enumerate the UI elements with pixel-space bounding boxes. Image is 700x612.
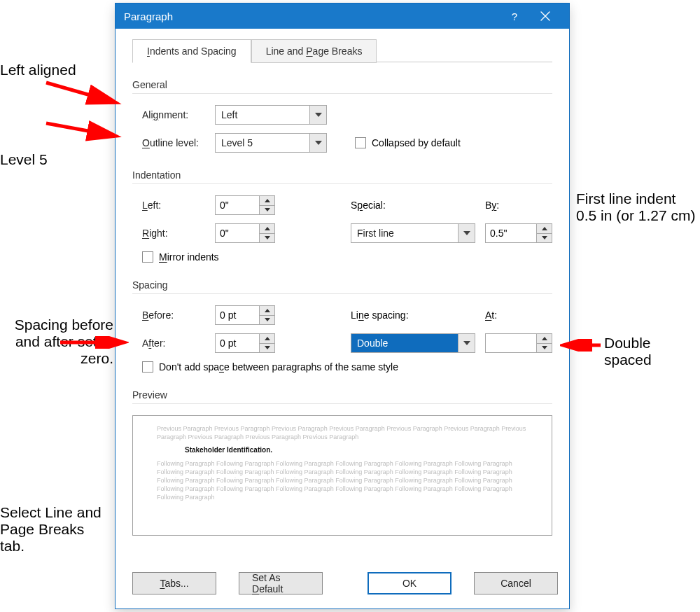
spinner-up-icon[interactable] <box>260 334 274 343</box>
nospace-checkbox[interactable]: Don't add space between paragraphs of th… <box>142 361 398 373</box>
alignment-combo[interactable]: Left <box>215 105 327 125</box>
titlebar: Paragraph ? <box>115 4 569 29</box>
spinner-up-icon[interactable] <box>260 306 274 315</box>
section-legend: Preview <box>132 389 552 404</box>
spinner-down-icon[interactable] <box>260 205 274 215</box>
chevron-down-icon[interactable] <box>458 224 475 242</box>
svg-marker-5 <box>265 236 270 239</box>
special-label: Special: <box>351 200 485 211</box>
annotation-select-tab: Select Line and Page Breaks tab. <box>0 504 112 555</box>
before-label: Before: <box>142 310 215 321</box>
at-spinner[interactable] <box>485 333 552 353</box>
at-value <box>486 334 536 352</box>
tab-strip: Indents and Spacing Line and Page Breaks <box>132 39 552 62</box>
spinner-down-icon[interactable] <box>260 343 274 353</box>
spinner-up-icon[interactable] <box>260 196 274 205</box>
outline-value: Level 5 <box>216 137 309 148</box>
annotation-spacing-zero: Spacing before and after set to zero. <box>11 317 113 367</box>
indent-right-label: Right: <box>142 228 215 239</box>
section-legend: Spacing <box>132 279 552 294</box>
after-spinner[interactable]: 0 pt <box>215 333 275 353</box>
cancel-button[interactable]: Cancel <box>474 572 558 594</box>
close-button[interactable] <box>530 4 561 29</box>
spinner-down-icon[interactable] <box>537 233 552 243</box>
checkbox-icon <box>142 251 153 263</box>
chevron-down-icon[interactable] <box>309 106 326 124</box>
arrow-icon <box>42 76 126 108</box>
by-label: By: <box>485 200 552 211</box>
ok-button[interactable]: OK <box>368 572 451 594</box>
indent-left-label: Left: <box>142 200 215 211</box>
indent-left-value: 0" <box>216 196 259 214</box>
annotation-double: Double spaced <box>604 335 695 368</box>
dialog-footer: Tabs... Set As Default OK Cancel <box>132 572 552 594</box>
by-value: 0.5" <box>486 224 536 242</box>
collapsed-checkbox[interactable]: Collapsed by default <box>355 137 461 148</box>
mirror-label: Mirror indents <box>159 251 219 263</box>
svg-marker-14 <box>542 337 547 340</box>
tabs-button[interactable]: Tabs... <box>132 572 216 594</box>
preview-heading: Stakeholder Identification. <box>157 441 528 459</box>
svg-marker-13 <box>463 341 470 345</box>
tab-line-page-breaks[interactable]: Line and Page Breaks <box>251 39 377 63</box>
spinner-down-icon[interactable] <box>260 233 274 243</box>
svg-marker-3 <box>265 208 270 211</box>
set-default-button[interactable]: Set As Default <box>239 572 323 594</box>
svg-marker-15 <box>542 346 547 349</box>
checkbox-icon <box>355 137 366 148</box>
indent-right-spinner[interactable]: 0" <box>215 223 275 243</box>
spinner-up-icon[interactable] <box>537 224 552 233</box>
preview-following-text: Following Paragraph Following Paragraph … <box>157 460 512 501</box>
line-spacing-combo[interactable]: Double <box>351 333 475 353</box>
svg-marker-1 <box>315 141 322 145</box>
tab-label: Indents and Spacing <box>147 46 237 57</box>
tab-label: Line and Page Breaks <box>266 46 363 57</box>
annotation-left-aligned: Left aligned <box>0 62 76 78</box>
special-combo[interactable]: First line <box>351 223 475 243</box>
chevron-down-icon[interactable] <box>458 334 475 352</box>
preview-previous-text: Previous Paragraph Previous Paragraph Pr… <box>157 425 526 440</box>
section-indentation: Indentation Left: 0" Special: By: <box>132 169 552 263</box>
svg-marker-7 <box>542 227 547 230</box>
svg-marker-0 <box>315 113 322 117</box>
collapsed-label: Collapsed by default <box>372 137 461 148</box>
indent-left-spinner[interactable]: 0" <box>215 195 275 215</box>
indent-right-value: 0" <box>216 224 259 242</box>
spinner-up-icon[interactable] <box>260 224 274 233</box>
spinner-down-icon[interactable] <box>537 343 552 353</box>
section-preview: Preview Previous Paragraph Previous Para… <box>132 389 552 536</box>
after-value: 0 pt <box>216 334 259 352</box>
annotation-firstline: First line indent 0.5 in (or 1.27 cm) <box>576 190 698 224</box>
section-spacing: Spacing Before: 0 pt Line spacing: At: <box>132 279 552 373</box>
alignment-value: Left <box>216 109 309 120</box>
annotation-level5: Level 5 <box>0 151 48 168</box>
svg-marker-10 <box>265 318 270 321</box>
section-legend: Indentation <box>132 169 552 184</box>
paragraph-dialog: Paragraph ? Indents and Spacing Line and… <box>115 3 570 609</box>
mirror-checkbox[interactable]: Mirror indents <box>142 251 219 263</box>
tab-indents-spacing[interactable]: Indents and Spacing <box>132 39 251 63</box>
at-label: At: <box>485 310 552 321</box>
outline-combo[interactable]: Level 5 <box>215 133 327 153</box>
chevron-down-icon[interactable] <box>309 134 326 152</box>
svg-line-19 <box>46 123 115 136</box>
arrow-icon <box>42 116 126 144</box>
spinner-down-icon[interactable] <box>260 315 274 325</box>
nospace-label: Don't add space between paragraphs of th… <box>159 361 398 373</box>
svg-marker-6 <box>463 231 470 235</box>
alignment-label: Alignment: <box>142 109 215 120</box>
preview-box: Previous Paragraph Previous Paragraph Pr… <box>132 415 552 536</box>
before-value: 0 pt <box>216 306 259 324</box>
by-spinner[interactable]: 0.5" <box>485 223 552 243</box>
svg-line-17 <box>46 83 115 102</box>
outline-label: Outline level: <box>142 137 215 148</box>
line-spacing-label: Line spacing: <box>351 310 485 321</box>
checkbox-icon <box>142 361 153 373</box>
help-button[interactable]: ? <box>499 4 530 29</box>
svg-marker-11 <box>265 337 270 340</box>
spinner-up-icon[interactable] <box>537 334 552 343</box>
before-spinner[interactable]: 0 pt <box>215 305 275 325</box>
svg-marker-4 <box>265 227 270 230</box>
special-value: First line <box>351 228 458 239</box>
svg-marker-8 <box>542 236 547 239</box>
